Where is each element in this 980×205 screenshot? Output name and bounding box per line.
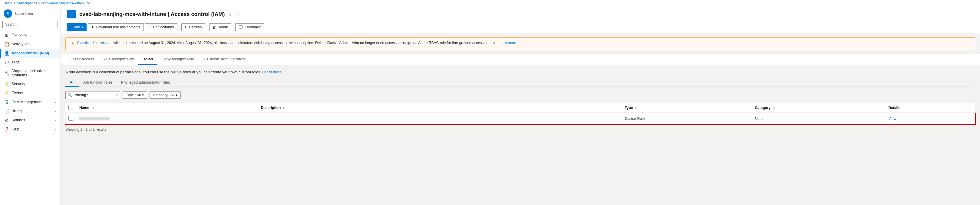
add-button[interactable]: + Add ▾ xyxy=(67,23,87,31)
sidebar-item-label: Activity log xyxy=(11,42,30,46)
learn-more-link[interactable]: Learn more xyxy=(497,41,516,45)
sidebar-item-label: Overview xyxy=(11,33,27,37)
sidebar-subtitle: Subscription xyxy=(14,12,33,16)
alert-text: will be deprecated on August 31, 2024. A… xyxy=(113,41,496,45)
sidebar-item-label: Events xyxy=(11,91,23,95)
chevron-right-icon: › xyxy=(55,110,56,113)
overview-icon: ⊞ xyxy=(4,33,9,38)
settings-icon: ⚙ xyxy=(4,118,9,123)
sub-tab-all[interactable]: All xyxy=(65,79,79,87)
table-row: CustomRole None View xyxy=(65,113,975,124)
page-title: cvad-lab-nanjing-mcs-with-intune | Acces… xyxy=(79,11,224,17)
row-name-cell xyxy=(76,113,258,124)
main-tabs: Check access Role assignments Roles Deny… xyxy=(60,54,980,65)
classic-admins-link[interactable]: Classic administrators xyxy=(77,41,112,45)
results-count: Showing 1 - 1 of 1 results. xyxy=(65,128,975,132)
tab-role-assignments[interactable]: Role assignments xyxy=(99,54,138,65)
delete-icon: 🗑 xyxy=(213,25,216,29)
delete-button[interactable]: 🗑 Delete xyxy=(209,23,232,31)
tab-classic-admins[interactable]: ⚠ Classic administrators xyxy=(198,54,250,65)
sidebar-search-input[interactable] xyxy=(2,21,58,28)
row-category-cell: None xyxy=(752,113,885,124)
feedback-button[interactable]: 💬 Feedback xyxy=(235,23,264,31)
row-checkbox[interactable] xyxy=(68,116,73,121)
type-sort-icon: ↑↓ xyxy=(635,106,638,110)
type-filter-label: Type : All xyxy=(126,93,141,97)
more-options-icon[interactable]: ··· xyxy=(235,11,239,17)
table-header-category[interactable]: Category ↑↓ xyxy=(752,102,885,114)
sidebar-item-label: Tags xyxy=(11,60,19,64)
sidebar-item-label: Access control (IAM) xyxy=(11,51,49,55)
page-header-top: 👤 cvad-lab-nanjing-mcs-with-intune | Acc… xyxy=(67,9,974,21)
sidebar-item-label: Diagnose and solve problems xyxy=(11,69,56,77)
view-details-link[interactable]: View xyxy=(888,117,896,121)
table-header-type[interactable]: Type ↑↓ xyxy=(622,102,752,114)
feedback-icon: 💬 xyxy=(239,25,243,29)
sidebar-item-billing[interactable]: 📄 Billing › xyxy=(0,107,60,116)
description-sort-icon: ↑↓ xyxy=(283,106,286,110)
sidebar-item-label: Cost Management xyxy=(11,100,42,104)
clear-search-icon[interactable]: ✕ xyxy=(113,91,120,99)
refresh-button[interactable]: ↻ Refresh xyxy=(181,23,205,31)
sub-tab-job-function[interactable]: Job function roles xyxy=(79,79,117,87)
table-header-description[interactable]: Description ↑↓ xyxy=(258,102,622,114)
toolbar: + Add ▾ ⬇ Download role assignments ☰ Ed… xyxy=(67,21,974,33)
page-header-icon: 👤 xyxy=(67,9,76,19)
table-header-checkbox xyxy=(65,102,76,114)
sidebar-item-label: Billing xyxy=(11,109,22,113)
main-content: 👤 cvad-lab-nanjing-mcs-with-intune | Acc… xyxy=(60,6,980,205)
add-icon: + xyxy=(70,25,72,29)
tab-deny-assignments[interactable]: Deny assignments xyxy=(158,54,198,65)
select-all-checkbox[interactable] xyxy=(68,105,73,110)
warning-icon: ⚠ xyxy=(70,41,75,47)
type-filter[interactable]: Type : All ▾ xyxy=(123,91,147,99)
favorite-star-icon[interactable]: ☆ xyxy=(228,11,232,17)
svg-text:👤: 👤 xyxy=(68,11,75,17)
breadcrumb-subscription-name[interactable]: cvad-lab-nanjing-mcs-with-intune xyxy=(41,1,90,5)
sidebar-item-security[interactable]: ⚡ Security xyxy=(0,79,60,88)
tab-roles[interactable]: Roles xyxy=(138,54,157,65)
toolbar-separator xyxy=(179,24,180,30)
roles-table: Name ↑↓ Description ↑↓ Type ↑↓ Categor xyxy=(65,102,975,125)
sidebar-item-diagnose[interactable]: 🔧 Diagnose and solve problems xyxy=(0,67,60,79)
tab-check-access[interactable]: Check access xyxy=(65,54,99,65)
sidebar-item-overview[interactable]: ⊞ Overview xyxy=(0,30,60,39)
sidebar-item-events[interactable]: ⚡ Events xyxy=(0,88,60,98)
category-filter-chevron: ▾ xyxy=(176,93,177,97)
sub-tabs: All Job function roles Privileged admini… xyxy=(65,79,975,87)
category-filter-label: Category : All xyxy=(153,93,174,97)
search-filter: 🔍 ✕ xyxy=(65,91,120,99)
category-filter[interactable]: Category : All ▾ xyxy=(150,91,181,99)
breadcrumb-home[interactable]: Home xyxy=(4,1,13,5)
sidebar-item-help[interactable]: ❓ Help › xyxy=(0,125,60,134)
sidebar-item-access-control[interactable]: 👤 Access control (IAM) xyxy=(0,49,60,58)
download-role-assignments-button[interactable]: ⬇ Download role assignments xyxy=(88,23,143,31)
chevron-right-icon: › xyxy=(55,101,56,104)
sub-tab-privileged-admin[interactable]: Privileged administrator roles xyxy=(117,79,174,87)
chevron-right-icon: › xyxy=(55,119,56,122)
row-details-cell: View xyxy=(885,113,975,124)
table-header-name[interactable]: Name ↑↓ xyxy=(76,102,258,114)
row-checkbox-cell xyxy=(65,113,76,124)
sidebar-item-cost-management[interactable]: 💲 Cost Management › xyxy=(0,98,60,107)
sidebar-search-container xyxy=(0,20,60,30)
row-name-content xyxy=(79,117,255,120)
billing-icon: 📄 xyxy=(4,109,9,114)
refresh-icon: ↻ xyxy=(185,25,188,29)
activity-log-icon: 📋 xyxy=(4,42,9,46)
filters-row: 🔍 ✕ Type : All ▾ Category : All ▾ xyxy=(65,91,975,99)
sidebar-item-tags[interactable]: 🏷 Tags xyxy=(0,58,60,67)
table-header-details: Details xyxy=(885,102,975,114)
chevron-right-icon: › xyxy=(55,128,56,131)
sidebar-item-activity-log[interactable]: 📋 Activity log xyxy=(0,39,60,49)
description-learn-more-link[interactable]: Learn more xyxy=(262,70,282,74)
roles-description: A role definition is a collection of per… xyxy=(65,70,975,74)
sidebar-item-label: Settings xyxy=(11,118,25,122)
edit-columns-icon: ☰ xyxy=(148,25,152,29)
chevron-down-icon: ▾ xyxy=(81,25,83,29)
edit-columns-button[interactable]: ☰ Edit columns xyxy=(145,23,177,31)
sidebar-item-settings[interactable]: ⚙ Settings › xyxy=(0,116,60,125)
help-icon: ❓ xyxy=(4,127,9,132)
breadcrumb-subscriptions[interactable]: Subscriptions xyxy=(17,1,37,5)
role-search-input[interactable] xyxy=(74,91,113,99)
